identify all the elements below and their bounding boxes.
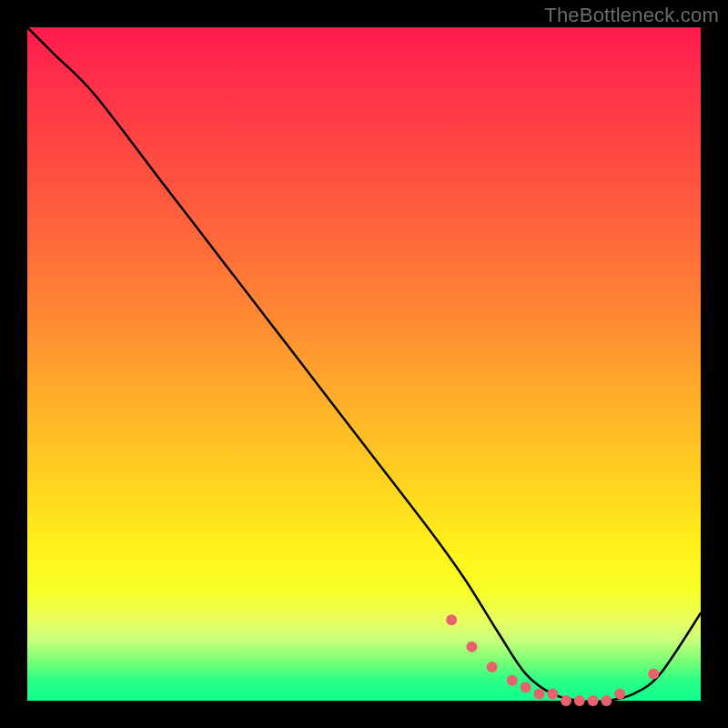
watermark-text: TheBottleneck.com: [544, 4, 719, 27]
marker-dot: [507, 675, 518, 686]
marker-dot: [547, 689, 558, 700]
curve-layer: [27, 27, 701, 701]
marker-dot: [574, 695, 585, 706]
marker-dot: [588, 695, 599, 706]
marker-dot: [533, 689, 544, 700]
marker-dot: [648, 668, 659, 679]
marker-dot: [446, 614, 457, 625]
bottleneck-curve: [27, 27, 701, 702]
marker-dot: [614, 689, 625, 700]
curve-markers: [446, 614, 659, 706]
plot-area: [27, 27, 701, 701]
marker-dot: [521, 682, 531, 693]
marker-dot: [561, 695, 571, 706]
chart-frame: TheBottleneck.com: [0, 0, 728, 728]
marker-dot: [466, 642, 477, 652]
marker-dot: [601, 695, 612, 706]
marker-dot: [487, 662, 498, 672]
